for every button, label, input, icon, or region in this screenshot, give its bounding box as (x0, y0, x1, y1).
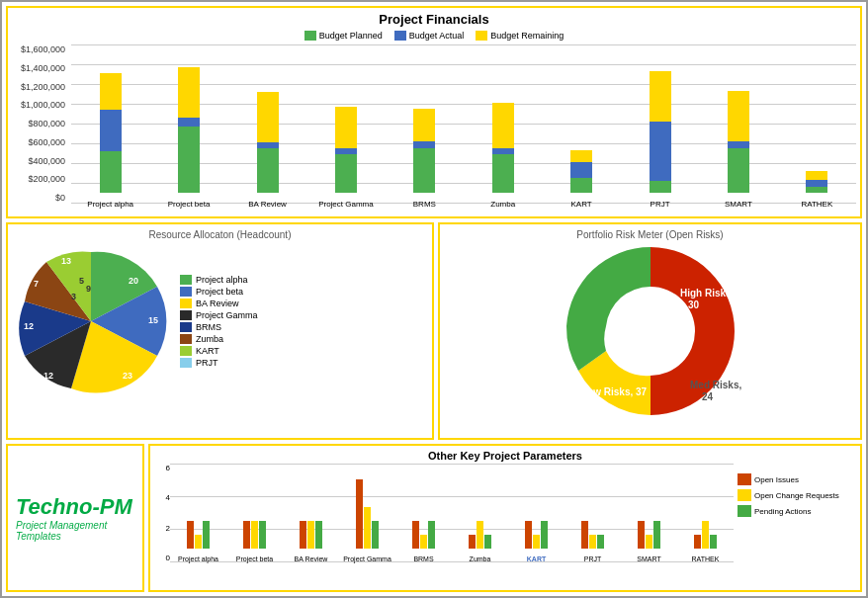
params-bars: Project alpha Project beta (170, 464, 734, 562)
legend-remaining-label: Budget Remaining (490, 31, 564, 41)
legend-actual: Budget Actual (394, 31, 465, 41)
params-bar-prjt: PRJT (564, 521, 621, 549)
pie-legend-alpha: Project alpha (180, 275, 258, 285)
legend-planned: Budget Planned (304, 31, 383, 41)
bar-group-brms: BRMS (386, 44, 464, 193)
bar-label-beta: Project beta (168, 200, 211, 209)
bar-group-alpha: Project alpha (71, 44, 149, 193)
financials-bars: Project alpha Project beta (71, 44, 856, 193)
pie-legend-gamma: Project Gamma (180, 310, 258, 320)
bar-label-kart: KART (571, 200, 592, 209)
bar-group-zumba: Zumba (464, 44, 542, 193)
bar-group-rathek: RATHEK (778, 44, 856, 193)
params-section: Other Key Project Parameters 6 4 2 0 (148, 444, 862, 592)
legend-actual-color (394, 31, 406, 41)
svg-text:9: 9 (86, 284, 91, 294)
pie-legend-kart: KART (180, 346, 258, 356)
svg-text:12: 12 (24, 321, 34, 331)
params-bar-beta: Project beta (226, 521, 283, 549)
svg-text:24: 24 (702, 391, 714, 402)
bar-group-prjt: PRJT (621, 44, 699, 193)
params-y-axis: 6 4 2 0 (154, 464, 170, 562)
financials-section: Project Financials Budget Planned Budget… (6, 6, 862, 218)
params-bar-alpha: Project alpha (170, 521, 226, 549)
pie-legend-prjt: PRJT (180, 358, 258, 368)
bar-group-gamma: Project Gamma (306, 44, 385, 193)
svg-text:12: 12 (43, 371, 53, 381)
risk-section: Portfolio Risk Meter (Open Risks) (438, 222, 862, 440)
logo-text: Techno-PM (16, 494, 134, 520)
logo-section: Techno-PM Project Management Templates (6, 444, 144, 592)
legend-actual-label: Budget Actual (409, 31, 465, 41)
financials-title: Project Financials (12, 12, 856, 27)
bar-group-smart: SMART (699, 44, 777, 193)
bar-label-smart: SMART (725, 200, 752, 209)
pie-legend-brms: BRMS (180, 322, 258, 332)
donut-container: High Risks, 30 Low Risks, 37 Med Risks, … (444, 242, 856, 410)
legend-issues: Open Issues (738, 473, 856, 485)
bar-label-ba: BA Review (248, 200, 287, 209)
bar-group-ba: BA Review (228, 44, 306, 193)
params-legend: Open Issues Open Change Requests Pending… (738, 473, 856, 517)
svg-text:Low Risks, 37: Low Risks, 37 (581, 386, 648, 397)
params-chart-area: 6 4 2 0 (154, 464, 856, 517)
svg-point-10 (609, 290, 692, 373)
bar-label-prjt: PRJT (651, 200, 670, 209)
pie-container: 20 15 23 12 12 7 13 3 9 5 Project alph (12, 242, 428, 400)
svg-text:15: 15 (148, 315, 158, 325)
financials-chart-wrapper: $1,600,000 $1,400,000 $1,200,000 $1,000,… (12, 44, 856, 213)
svg-text:Med Risks,: Med Risks, (690, 380, 741, 390)
financials-y-axis: $1,600,000 $1,400,000 $1,200,000 $1,000,… (12, 44, 69, 203)
bar-changes-alpha (195, 535, 202, 549)
pie-chart: 20 15 23 12 12 7 13 3 9 5 (12, 242, 170, 400)
legend-planned-color (304, 31, 316, 41)
legend-changes: Open Change Requests (738, 489, 856, 501)
bar-issues-alpha (187, 521, 194, 549)
financials-legend: Budget Planned Budget Actual Budget Rema… (12, 31, 856, 41)
middle-section: Resource Allocaton (Headcount) (6, 222, 862, 440)
legend-remaining: Budget Remaining (476, 31, 564, 41)
pie-legend-beta: Project beta (180, 287, 258, 297)
bar-label-rathek: RATHEK (801, 200, 832, 209)
bar-group-beta: Project beta (149, 44, 227, 193)
logo-sub: Project Management Templates (16, 520, 134, 542)
bar-pending-alpha (203, 521, 210, 549)
svg-text:20: 20 (129, 276, 138, 286)
pie-legend: Project alpha Project beta BA Review Pro… (180, 275, 258, 368)
params-bar-zumba: Zumba (452, 521, 508, 549)
bar-label-brms: BRMS (413, 200, 436, 209)
svg-text:30: 30 (688, 299, 700, 310)
resource-title: Resource Allocaton (Headcount) (12, 228, 428, 240)
bar-group-kart: KART (542, 44, 620, 193)
bar-label-zumba: Zumba (490, 200, 515, 209)
resource-section: Resource Allocaton (Headcount) (6, 222, 434, 440)
params-bar-gamma: Project Gamma (339, 479, 395, 549)
svg-text:High Risks,: High Risks, (680, 288, 735, 299)
svg-text:3: 3 (71, 292, 76, 301)
svg-text:5: 5 (79, 276, 84, 286)
bar-label-gamma: Project Gamma (318, 200, 374, 209)
dashboard: Project Financials Budget Planned Budget… (0, 0, 868, 598)
svg-text:13: 13 (61, 256, 71, 266)
params-title: Other Key Project Parameters (154, 450, 856, 462)
pie-legend-zumba: Zumba (180, 334, 258, 344)
params-bar-brms: BRMS (395, 521, 452, 549)
params-bar-kart: KART (508, 521, 564, 549)
legend-planned-label: Budget Planned (319, 31, 383, 41)
bar-label-alpha: Project alpha (87, 200, 133, 209)
svg-text:23: 23 (123, 371, 132, 381)
donut-chart: High Risks, 30 Low Risks, 37 Med Risks, … (552, 232, 749, 420)
legend-pending: Pending Actions (738, 505, 856, 517)
params-bar-smart: SMART (621, 521, 677, 549)
legend-remaining-color (476, 31, 487, 41)
params-bar-ba: BA Review (283, 521, 339, 549)
params-bar-rathek: RATHEK (677, 521, 734, 549)
pie-legend-ba: BA Review (180, 299, 258, 308)
bottom-section: Techno-PM Project Management Templates O… (6, 444, 862, 592)
svg-text:7: 7 (34, 279, 39, 289)
